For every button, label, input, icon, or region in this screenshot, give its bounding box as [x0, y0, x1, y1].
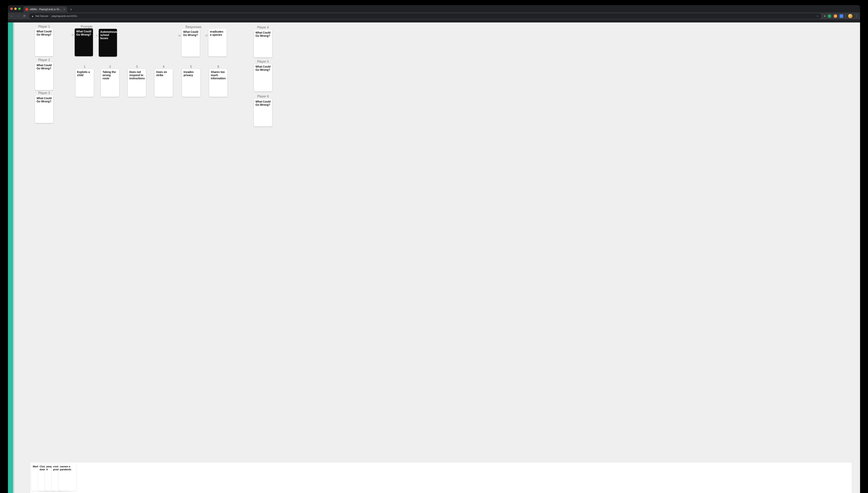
url-text: playingcards.io/et689u: [52, 15, 815, 18]
extensions-group: ⋮: [824, 14, 858, 18]
player-deck-card[interactable]: What Could Go Wrong?: [254, 99, 272, 126]
game-board[interactable]: Player 1 What Could Go Wrong? Player 2 W…: [15, 22, 860, 493]
prompt-drawn-count: 6: [95, 34, 98, 37]
player-label: Player 2: [35, 58, 53, 62]
player-label: Player 6: [254, 94, 272, 98]
browser-toolbar: ← → ⟳ ▲ Not Secure playingcards.io/et689…: [8, 12, 860, 20]
slot-number: 4: [155, 65, 173, 69]
player-label: Player 4: [254, 26, 272, 29]
window-close-button[interactable]: [10, 7, 13, 10]
window-controls: [10, 7, 21, 10]
player-label: Player 5: [254, 60, 272, 63]
page-gutter: [13, 22, 15, 493]
tab-favicon-icon: [25, 8, 28, 11]
responses-label: Responses: [182, 25, 205, 29]
extension-icon[interactable]: [828, 14, 831, 18]
window-minimize-button[interactable]: [14, 7, 17, 10]
player-label: Player 1: [35, 25, 53, 28]
played-card[interactable]: Goes on strike: [155, 69, 173, 97]
address-bar[interactable]: ▲ Not Secure playingcards.io/et689u ☆: [29, 13, 821, 19]
hand-card[interactable]: causes a pandemic: [59, 464, 76, 491]
response-drawn-count: 12: [205, 34, 208, 37]
new-tab-button[interactable]: +: [68, 7, 74, 12]
game-side-strip[interactable]: [8, 22, 13, 493]
response-deck[interactable]: What Could Go Wrong?: [182, 29, 200, 57]
played-card[interactable]: Exploits a child: [75, 69, 94, 97]
hand-tray[interactable]: Mark melt Clou servi down peop addic it …: [30, 462, 852, 493]
player-deck-card[interactable]: What Could Go Wrong?: [35, 95, 53, 123]
browser-tab[interactable]: et689u · PlayingCards.io Virtu… ×: [23, 6, 67, 12]
page-viewport: Player 1 What Could Go Wrong? Player 2 W…: [8, 22, 860, 493]
played-card[interactable]: Does not respond to instructions: [128, 69, 146, 97]
slot-number: 2: [101, 65, 119, 69]
prompts-label: Prompts: [75, 25, 98, 28]
prompt-drawn-card[interactable]: Autonomous school buses: [99, 29, 117, 57]
player-deck-card[interactable]: What Could Go Wrong?: [35, 62, 53, 90]
slot-number: 6: [209, 65, 227, 69]
player-deck-card[interactable]: What Could Go Wrong?: [254, 64, 272, 91]
played-card[interactable]: Shares too much information: [209, 69, 227, 97]
tab-close-button[interactable]: ×: [64, 8, 65, 11]
nav-forward-button[interactable]: →: [16, 14, 20, 18]
player-deck-card[interactable]: What Could Go Wrong?: [35, 28, 53, 56]
response-drawn-card[interactable]: eradicates a species: [208, 29, 227, 57]
player-deck-card[interactable]: What Could Go Wrong?: [254, 29, 272, 58]
nav-reload-button[interactable]: ⟳: [23, 14, 26, 18]
player-label: Player 3: [35, 91, 53, 95]
security-label: Not Secure: [36, 15, 48, 18]
window-maximize-button[interactable]: [18, 7, 21, 10]
extension-icon[interactable]: [840, 14, 843, 18]
extension-icon[interactable]: [833, 14, 837, 18]
profile-avatar[interactable]: [848, 14, 852, 18]
extension-icon[interactable]: [824, 16, 825, 17]
slot-number: 3: [128, 65, 146, 69]
played-card[interactable]: Taking the wrong route: [101, 69, 119, 97]
played-card[interactable]: Invades privacy: [182, 69, 200, 97]
slot-number: 1: [75, 65, 94, 69]
nav-back-button[interactable]: ←: [10, 14, 14, 18]
browser-menu-button[interactable]: ⋮: [855, 14, 858, 18]
tab-bar: et689u · PlayingCards.io Virtu… × +: [8, 5, 860, 12]
prompt-deck-count: 17: [71, 34, 74, 36]
not-secure-icon: ▲: [31, 15, 34, 18]
tab-title: et689u · PlayingCards.io Virtu…: [30, 8, 62, 11]
response-deck-count: 25: [178, 34, 181, 37]
browser-window: et689u · PlayingCards.io Virtu… × + ← → …: [8, 5, 860, 493]
omnibox-divider: [50, 15, 50, 18]
slot-number: 5: [182, 65, 200, 69]
prompt-deck[interactable]: What Could Go Wrong?: [75, 28, 93, 56]
bookmark-star-icon[interactable]: ☆: [816, 15, 819, 18]
